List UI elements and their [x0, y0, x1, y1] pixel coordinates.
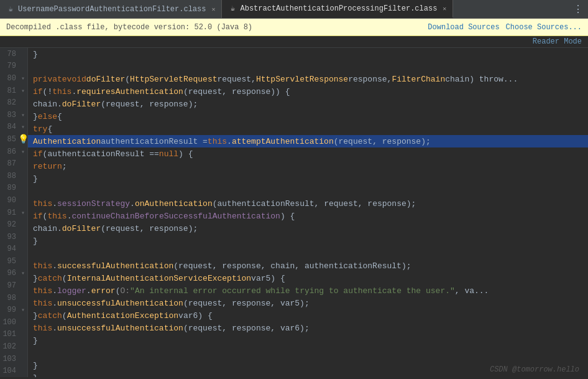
- line-meta-78: 78: [0, 48, 27, 60]
- line-number-98: 98: [0, 294, 20, 302]
- line-meta-104: 104: [0, 365, 27, 377]
- code-line-102: [28, 347, 588, 359]
- fold-icon[interactable]: ▾: [21, 87, 25, 95]
- line-number-103: 103: [0, 355, 20, 363]
- token: if: [33, 212, 43, 221]
- line-marker-83: ▾: [20, 111, 26, 119]
- line-number-101: 101: [0, 330, 20, 339]
- code-line-84: try {: [28, 123, 588, 135]
- line-number-84: 84: [0, 123, 20, 131]
- line-meta-101: 101: [0, 329, 27, 341]
- line-meta-95: 95: [0, 255, 27, 268]
- line-number-95: 95: [0, 257, 20, 266]
- fold-icon[interactable]: ▾: [21, 148, 25, 156]
- token: (: [62, 274, 67, 283]
- code-line-88: }: [28, 172, 588, 185]
- line-number-81: 81: [0, 87, 20, 95]
- fold-icon[interactable]: ▾: [21, 306, 25, 314]
- token: doFilter: [62, 224, 101, 233]
- reader-mode-bar: Reader Mode: [0, 36, 588, 48]
- line-gutter: 787980▾81▾8283▾84▾85💡86▾8788899091▾92939…: [0, 48, 28, 377]
- token: try: [33, 124, 47, 134]
- fold-icon[interactable]: ▾: [21, 209, 25, 217]
- token: .: [130, 199, 135, 208]
- code-scroll[interactable]: } private void doFilter(HttpServletReque…: [28, 48, 588, 377]
- token: (request, response);: [334, 137, 431, 146]
- token: (request, response, var5);: [183, 299, 310, 308]
- token: Authentication: [33, 137, 101, 146]
- token: }: [33, 274, 38, 283]
- tab-1[interactable]: ☕ UsernamePasswordAuthenticationFilter.c…: [0, 0, 222, 18]
- token: chain.: [33, 100, 62, 109]
- tab-2-close[interactable]: ✕: [443, 5, 446, 12]
- line-number-87: 87: [0, 159, 20, 168]
- download-sources-link[interactable]: Download Sources: [428, 23, 499, 32]
- lightbulb-icon[interactable]: 💡: [18, 134, 29, 144]
- fold-icon[interactable]: ▾: [21, 75, 25, 82]
- token: ) {: [178, 149, 193, 159]
- code-line-79: [28, 60, 588, 73]
- token: }: [33, 174, 38, 184]
- token: if: [33, 149, 43, 159]
- line-meta-93: 93: [0, 231, 27, 243]
- token: authenticationResult =: [101, 137, 208, 146]
- line-meta-83: 83▾: [0, 109, 27, 121]
- token: (request, response);: [101, 100, 198, 109]
- fold-icon[interactable]: ▾: [21, 111, 25, 119]
- line-meta-94: 94: [0, 243, 27, 256]
- token: var6) {: [178, 311, 213, 321]
- code-line-99: } catch (AuthenticationException var6) {: [28, 309, 588, 322]
- code-line-101: }: [28, 334, 588, 347]
- line-number-96: 96: [0, 269, 20, 278]
- token: .: [86, 286, 91, 296]
- code-line-81: if (!this.requiresAuthentication(request…: [28, 85, 588, 98]
- line-marker-86: ▾: [20, 148, 26, 156]
- token: var5) {: [251, 274, 285, 283]
- tab-1-close[interactable]: ✕: [211, 6, 215, 13]
- reader-mode-link[interactable]: Reader Mode: [533, 37, 582, 46]
- token: successfulAuthentication: [57, 261, 173, 271]
- code-line-91: if (this.continueChainBeforeSuccessfulAu…: [28, 210, 588, 222]
- token: ;: [62, 162, 67, 171]
- code-line-83: } else {: [28, 110, 588, 123]
- token: }: [33, 336, 38, 345]
- token: this: [52, 87, 71, 96]
- line-meta-85: 85💡: [0, 133, 27, 146]
- tab-bar: ☕ UsernamePasswordAuthenticationFilter.c…: [0, 0, 588, 19]
- token: else: [38, 112, 57, 121]
- line-number-94: 94: [0, 245, 20, 253]
- token: (!: [43, 87, 53, 96]
- fold-icon[interactable]: ▾: [21, 269, 25, 277]
- fold-icon[interactable]: ▾: [21, 123, 25, 131]
- line-meta-98: 98: [0, 292, 27, 304]
- token: logger: [57, 286, 86, 296]
- token: .: [52, 324, 57, 333]
- token: FilterChain: [392, 75, 445, 84]
- tab-more-button[interactable]: ⋮: [568, 3, 588, 16]
- choose-sources-link[interactable]: Choose Sources...: [506, 23, 582, 32]
- tab-2[interactable]: ☕ AbstractAuthenticationProcessingFilter…: [222, 0, 453, 18]
- code-line-100: this.unsuccessfulAuthentication(request,…: [28, 322, 588, 334]
- token: {: [47, 124, 52, 134]
- token: private: [33, 75, 67, 84]
- decompile-message: Decompiled .class file, bytecode version…: [6, 23, 252, 32]
- line-meta-88: 88: [0, 170, 27, 182]
- token: }: [33, 361, 38, 370]
- token: this: [208, 137, 227, 146]
- line-marker-99: ▾: [20, 306, 26, 314]
- token: return: [33, 162, 62, 171]
- line-marker-81: ▾: [20, 87, 26, 95]
- line-number-92: 92: [0, 220, 20, 229]
- line-number-79: 79: [0, 62, 20, 70]
- line-meta-103: 103: [0, 353, 27, 365]
- code-line-78: }: [28, 48, 588, 60]
- token: requiresAuthentication: [76, 87, 183, 96]
- line-meta-81: 81▾: [0, 85, 27, 97]
- token: unsuccessfulAuthentication: [57, 324, 183, 333]
- token: O:: [120, 286, 130, 296]
- token: , va...: [455, 286, 489, 296]
- tab-2-label: AbstractAuthenticationProcessingFilter.c…: [240, 4, 437, 13]
- token: .: [52, 261, 57, 271]
- line-meta-90: 90: [0, 194, 27, 207]
- token: void: [67, 75, 86, 84]
